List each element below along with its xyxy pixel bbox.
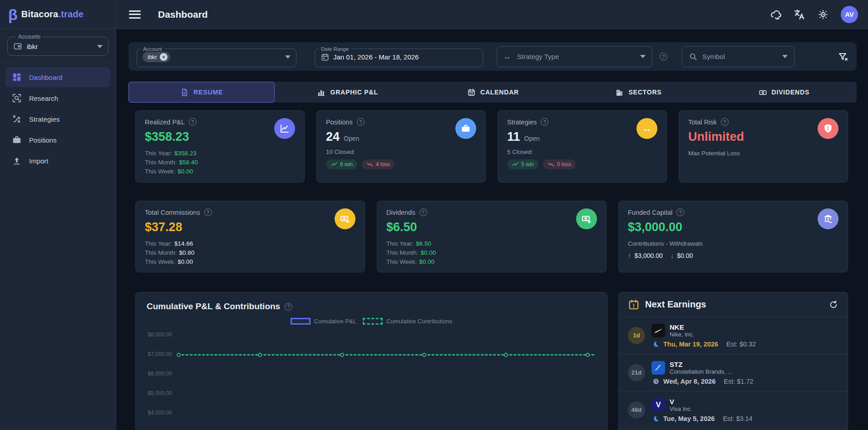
building-icon <box>615 88 624 97</box>
card-title: Positions <box>326 119 353 126</box>
withdrawals-value: $0.00 <box>677 252 693 259</box>
earnings-estimate: Est: $0.32 <box>726 341 756 348</box>
help-icon[interactable]: ? <box>419 208 427 216</box>
stat-label: This Month: <box>145 249 177 256</box>
stat-label: This Year: <box>386 240 414 247</box>
help-icon[interactable]: ? <box>357 118 365 126</box>
data-point <box>586 353 590 357</box>
refresh-icon[interactable] <box>829 300 838 310</box>
loss-chip: 4 loss <box>362 159 395 169</box>
sidebar-item-positions[interactable]: Positions <box>5 130 110 150</box>
main-content: Account ibkr × Date Range <box>116 29 868 430</box>
avatar[interactable]: AV <box>841 6 858 23</box>
menu-toggle-icon[interactable] <box>129 10 141 19</box>
account-filter-label: Account <box>141 46 164 52</box>
y-tick: $8,000.00 <box>147 331 172 338</box>
earnings-row-v[interactable]: 48d V V Visa Inc. <box>619 391 848 429</box>
tab-label: DIVIDENDS <box>772 89 809 96</box>
calendar-icon <box>321 53 330 62</box>
cumulative-chart-card: Cumulative P&L & Contributions ? Cumulat… <box>135 292 607 430</box>
ticker: STZ <box>670 361 732 368</box>
card-title: Dividends <box>386 209 415 216</box>
strategy-help-icon[interactable]: ? <box>660 53 667 60</box>
research-icon <box>12 93 22 103</box>
stat-row: This Week:$0.00 <box>145 258 355 265</box>
legend-cumulative-contributions[interactable]: Cumulative Contributions <box>363 318 452 325</box>
stat-row: This Year:$358.23 <box>145 150 295 157</box>
next-earnings-card: Next Earnings 1d <box>618 292 848 430</box>
tab-label: SECTORS <box>628 89 661 96</box>
chevron-down-icon <box>285 55 291 59</box>
company-name: Nike, Inc. <box>670 331 694 338</box>
total-risk-value: Unlimited <box>688 130 838 144</box>
win-chip: 6 win <box>326 159 357 169</box>
accounts-label: Accounts <box>16 34 43 40</box>
brand-name: Bitacora.trade <box>21 9 84 20</box>
total-risk-card: Total Risk ? Unlimited Max Potential Los… <box>679 110 848 183</box>
stat-label: This Year: <box>145 150 172 157</box>
briefcase-icon <box>12 135 22 145</box>
tab-graphic-pnl[interactable]: GRAPHIC P&L <box>275 82 420 103</box>
stat-value: $14.66 <box>174 240 193 247</box>
sidebar-item-import[interactable]: Import <box>5 151 110 171</box>
funded-capital-value: $3,000.00 <box>628 220 838 234</box>
sidebar-item-strategies[interactable]: Strategies <box>5 109 110 129</box>
chip-remove-icon[interactable]: × <box>160 53 168 61</box>
sidebar-item-label: Dashboard <box>29 74 62 81</box>
y-tick: $5,000.00 <box>147 390 172 396</box>
help-icon[interactable]: ? <box>285 303 292 311</box>
card-title: Realized P&L <box>145 119 185 126</box>
arrow-up-icon: ↑ <box>628 252 631 259</box>
display-settings-icon[interactable] <box>817 9 829 20</box>
help-icon[interactable]: ? <box>721 118 729 126</box>
stat-label: This Week: <box>386 258 417 265</box>
y-tick: $7,000.00 <box>147 351 172 357</box>
account-chip: ibkr × <box>143 52 170 62</box>
help-icon[interactable]: ? <box>541 118 548 126</box>
realized-pnl-card: Realized P&L ? $358.23 This Year:$358.23… <box>135 110 305 183</box>
stat-row: This Year:$14.66 <box>145 240 355 247</box>
accounts-select[interactable]: Accounts ibkr <box>7 34 108 56</box>
account-filter[interactable]: Account ibkr × <box>137 46 296 67</box>
card-title: Strategies <box>507 119 537 126</box>
document-icon <box>180 88 189 97</box>
tab-resume[interactable]: RESUME <box>128 82 275 103</box>
tab-bar: RESUME GRAPHIC P&L CALENDAR <box>128 82 857 103</box>
positions-open-count: 24 <box>326 130 340 144</box>
line-chart-icon <box>274 118 295 139</box>
brand: β Bitacora.trade <box>0 0 116 29</box>
data-point <box>422 353 426 357</box>
translate-icon[interactable] <box>794 9 805 20</box>
chevron-down-icon <box>782 55 788 58</box>
bank-transfer-icon <box>818 208 838 229</box>
moon-icon <box>652 341 660 348</box>
help-icon[interactable]: ? <box>676 208 684 216</box>
cloud-sync-icon[interactable] <box>770 9 782 20</box>
stat-row: This Month:$0.00 <box>386 249 597 256</box>
symbol-input[interactable] <box>702 53 778 60</box>
tab-sectors[interactable]: SECTORS <box>566 82 711 103</box>
date-range-input[interactable] <box>333 53 460 61</box>
banknote-minus-icon <box>335 208 355 229</box>
account-selected-value: ibkr <box>27 43 93 50</box>
help-icon[interactable]: ? <box>189 118 197 126</box>
total-risk-subtitle: Max Potential Loss <box>688 150 838 157</box>
strategy-type-select[interactable]: ↔ Strategy Type <box>497 46 652 67</box>
tab-dividends[interactable]: DIVIDENDS <box>711 82 857 103</box>
sidebar-item-research[interactable]: Research <box>5 88 110 108</box>
trending-up-icon <box>512 161 519 168</box>
accounts-section: Accounts ibkr <box>0 29 116 63</box>
stat-value: $0.80 <box>179 249 195 256</box>
date-range-filter[interactable]: Date Range <box>315 46 483 67</box>
shield-alert-icon <box>818 118 838 139</box>
symbol-select[interactable] <box>682 46 794 67</box>
ticker: V <box>670 398 692 405</box>
earnings-row-stz[interactable]: 21d STZ <box>619 354 848 391</box>
earnings-title: Next Earnings <box>645 299 823 310</box>
legend-cumulative-pnl[interactable]: Cumulative P&L <box>291 318 356 325</box>
sidebar-item-dashboard[interactable]: Dashboard <box>5 67 110 87</box>
earnings-row-nke[interactable]: 1d NKE Nike, Inc. <box>619 317 848 354</box>
help-icon[interactable]: ? <box>204 208 212 216</box>
tab-calendar[interactable]: CALENDAR <box>420 82 566 103</box>
clear-filters-icon[interactable] <box>838 51 848 62</box>
